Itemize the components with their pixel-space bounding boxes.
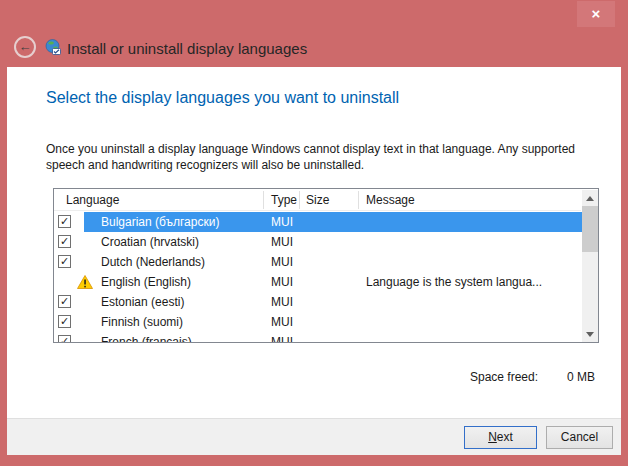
- row-checkbox[interactable]: ✓: [58, 295, 71, 308]
- cell-language: Estonian (eesti): [101, 292, 184, 312]
- cell-language: English (English): [101, 272, 191, 292]
- window-title: Install or uninstall display languages: [67, 40, 307, 57]
- page-heading: Select the display languages you want to…: [46, 89, 399, 107]
- cell-type: MUI: [271, 312, 293, 332]
- dialog-window: × ← Install or uninstall display languag…: [0, 0, 628, 466]
- back-arrow-icon: ←: [19, 39, 32, 54]
- row-band[interactable]: French (français) MUI: [84, 332, 582, 343]
- cell-language: Finnish (suomi): [101, 312, 183, 332]
- close-button[interactable]: ×: [577, 1, 615, 27]
- row-band[interactable]: Dutch (Nederlands) MUI: [84, 252, 582, 272]
- cell-type: MUI: [271, 212, 293, 232]
- cell-language: Dutch (Nederlands): [101, 252, 205, 272]
- cell-type: MUI: [271, 292, 293, 312]
- column-header-message[interactable]: Message: [366, 189, 415, 211]
- row-band[interactable]: Croatian (hrvatski) MUI: [84, 232, 582, 252]
- column-header-language[interactable]: Language: [66, 189, 119, 211]
- scroll-down-button[interactable]: [582, 326, 599, 343]
- row-checkbox[interactable]: ✓: [58, 235, 71, 248]
- cell-language: Bulgarian (български): [101, 212, 219, 232]
- page-description: Once you uninstall a display language Wi…: [46, 141, 594, 173]
- cell-type: MUI: [271, 252, 293, 272]
- cell-type: MUI: [271, 332, 293, 343]
- row-selection-band[interactable]: Bulgarian (български) MUI: [84, 212, 582, 232]
- scroll-up-button[interactable]: [582, 190, 599, 207]
- space-freed-value: 0 MB: [567, 370, 595, 384]
- column-header-size[interactable]: Size: [306, 189, 329, 211]
- check-icon: ✓: [60, 255, 69, 267]
- back-button[interactable]: ←: [14, 36, 36, 58]
- cell-message: Language is the system langua...: [366, 272, 542, 292]
- language-row-estonian[interactable]: ✓ Estonian (eesti) MUI: [54, 292, 581, 312]
- row-band[interactable]: Finnish (suomi) MUI: [84, 312, 582, 332]
- language-row-french[interactable]: ✓ French (français) MUI: [54, 332, 581, 343]
- language-row-croatian[interactable]: ✓ Croatian (hrvatski) MUI: [54, 232, 581, 252]
- cell-type: MUI: [271, 232, 293, 252]
- scroll-down-icon: [586, 332, 594, 337]
- column-header-type[interactable]: Type: [271, 189, 297, 211]
- row-checkbox[interactable]: ✓: [58, 315, 71, 328]
- row-checkbox[interactable]: ✓: [58, 215, 71, 228]
- list-header: Language Type Size Message: [54, 189, 581, 211]
- language-row-bulgarian[interactable]: ✓ Bulgarian (български) MUI: [54, 212, 581, 232]
- column-separator[interactable]: [299, 191, 300, 209]
- row-checkbox[interactable]: ✓: [58, 255, 71, 268]
- check-icon: ✓: [60, 295, 69, 307]
- space-freed-label: Space freed:: [470, 370, 538, 384]
- check-icon: ✓: [60, 315, 69, 327]
- display-languages-app-icon: [45, 39, 61, 55]
- row-checkbox[interactable]: ✓: [58, 335, 71, 343]
- cell-language: Croatian (hrvatski): [101, 232, 199, 252]
- check-icon: ✓: [60, 335, 69, 343]
- language-list: Language Type Size Message ✓ Bulgarian (…: [53, 188, 599, 343]
- titlebar: × ← Install or uninstall display languag…: [0, 0, 628, 67]
- row-band[interactable]: English (English) MUI Language is the sy…: [84, 272, 582, 292]
- row-band[interactable]: Estonian (eesti) MUI: [84, 292, 582, 312]
- column-separator[interactable]: [358, 191, 359, 209]
- language-row-dutch[interactable]: ✓ Dutch (Nederlands) MUI: [54, 252, 581, 272]
- cancel-button[interactable]: Cancel: [546, 426, 613, 449]
- language-row-english[interactable]: English (English) MUI Language is the sy…: [54, 272, 581, 292]
- content-area: Select the display languages you want to…: [7, 67, 621, 455]
- cell-language: French (français): [101, 332, 192, 343]
- vertical-scrollbar[interactable]: [582, 190, 599, 343]
- footer-bar: Next Cancel: [7, 418, 621, 455]
- scroll-up-icon: [586, 196, 594, 201]
- check-icon: ✓: [60, 235, 69, 247]
- list-rows: ✓ Bulgarian (български) MUI ✓ Croatian (…: [54, 212, 581, 342]
- scrollbar-thumb[interactable]: [582, 206, 599, 252]
- close-icon: ×: [592, 5, 601, 22]
- language-row-finnish[interactable]: ✓ Finnish (suomi) MUI: [54, 312, 581, 332]
- cell-type: MUI: [271, 272, 293, 292]
- column-separator[interactable]: [263, 191, 264, 209]
- check-icon: ✓: [60, 215, 69, 227]
- next-button[interactable]: Next: [464, 426, 537, 449]
